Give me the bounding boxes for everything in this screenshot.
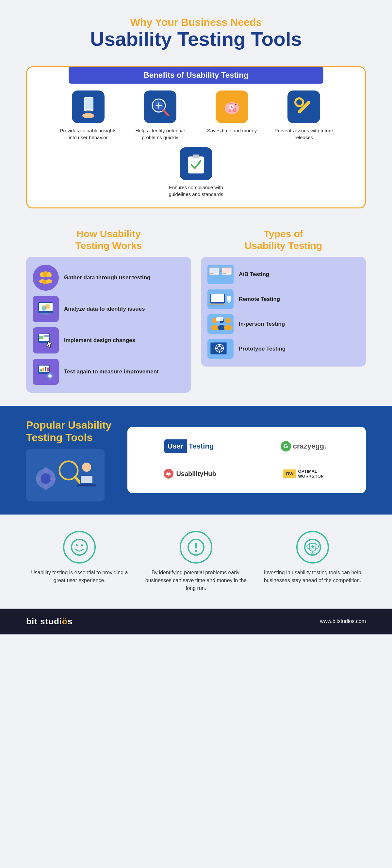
chart-icon bbox=[37, 364, 54, 380]
svg-point-97 bbox=[76, 544, 78, 546]
design-cursor-icon bbox=[37, 332, 54, 348]
ab-screens-icon bbox=[209, 266, 232, 283]
benefit-icon-problems bbox=[144, 91, 176, 123]
svg-rect-94 bbox=[77, 485, 96, 487]
stat2-icon bbox=[180, 531, 212, 563]
step1-icon bbox=[33, 265, 59, 291]
benefit-icon-user-behavior bbox=[72, 91, 104, 123]
tools-section: Popular Usability Testing Tools bbox=[0, 406, 392, 515]
stat2-text: By identifying potential problems early,… bbox=[143, 569, 249, 592]
stat1-text: Usability testing is essential to provid… bbox=[26, 569, 133, 584]
svg-rect-38 bbox=[44, 335, 49, 337]
step2-label: Analyze data to identify issues bbox=[64, 305, 145, 313]
tools-illustration bbox=[26, 449, 104, 501]
svg-rect-21 bbox=[188, 156, 204, 174]
people-chat-icon bbox=[209, 316, 232, 332]
ab-testing-icon bbox=[207, 265, 234, 284]
benefit-item: Provides valuable insights into user beh… bbox=[56, 91, 121, 141]
svg-point-28 bbox=[46, 279, 52, 283]
svg-rect-57 bbox=[222, 273, 227, 274]
benefit-icon-saves bbox=[216, 91, 248, 123]
footer-brand: bit studiös bbox=[26, 616, 72, 627]
tool-optimalworkshop: OW OPTIMALWORKSHOP bbox=[250, 464, 356, 484]
svg-point-92 bbox=[82, 463, 91, 472]
svg-rect-42 bbox=[40, 370, 42, 371]
svg-rect-54 bbox=[210, 273, 214, 274]
type-item: Prototype Testing bbox=[207, 339, 359, 359]
step1-label: Gather data through user testing bbox=[64, 274, 150, 281]
svg-rect-34 bbox=[42, 314, 49, 315]
svg-marker-105 bbox=[311, 545, 314, 549]
svg-point-47 bbox=[48, 374, 52, 378]
svg-rect-62 bbox=[209, 304, 226, 305]
how-works-title: How Usability Testing Works bbox=[26, 228, 191, 252]
prototype-testing-icon bbox=[207, 339, 234, 359]
svg-rect-87 bbox=[44, 485, 48, 490]
step-item: Test again to measure improvement bbox=[33, 359, 185, 385]
how-works-col: How Usability Testing Works Gather data … bbox=[26, 228, 191, 393]
svg-rect-22 bbox=[193, 155, 199, 158]
svg-point-96 bbox=[71, 539, 87, 555]
group-users-icon bbox=[37, 270, 54, 286]
svg-rect-53 bbox=[210, 268, 218, 273]
svg-rect-33 bbox=[39, 313, 52, 314]
type-item: Remote Testing bbox=[207, 289, 359, 309]
magnifier-icon bbox=[150, 96, 171, 118]
piggy-icon bbox=[221, 96, 243, 118]
stats-section: Usability testing is essential to provid… bbox=[0, 515, 392, 609]
svg-rect-44 bbox=[45, 367, 47, 371]
svg-rect-56 bbox=[222, 268, 231, 273]
svg-point-71 bbox=[224, 325, 232, 330]
usertesting-testing: Testing bbox=[187, 439, 216, 453]
types-col: Types of Usability Testing bbox=[201, 228, 366, 393]
benefit-item: Ensures compliance with guidelines and s… bbox=[163, 147, 229, 198]
benefit-text-compliance: Ensures compliance with guidelines and s… bbox=[163, 184, 229, 198]
tools-illustration-svg bbox=[29, 453, 101, 498]
how-works-box: Gather data through user testing Analyze… bbox=[26, 257, 191, 393]
clipboard-check-icon bbox=[186, 153, 206, 175]
svg-rect-78 bbox=[219, 344, 220, 346]
svg-rect-72 bbox=[216, 317, 223, 321]
stat-item: Usability testing is essential to provid… bbox=[26, 531, 133, 592]
benefits-container: Benefits of Usability Testing Provides v… bbox=[26, 66, 366, 209]
svg-rect-51 bbox=[52, 375, 54, 377]
blueprint-gear-icon bbox=[209, 341, 232, 357]
benefit-icon-compliance bbox=[180, 147, 212, 180]
analyze-icon bbox=[37, 301, 54, 317]
step-item: Implement design changes bbox=[33, 327, 185, 353]
benefit-item: Prevents issues with future releases bbox=[271, 91, 336, 141]
tool-usabilityhub: ◉ UsabilityHub bbox=[137, 464, 243, 484]
header-section: Why Your Business Needs Usability Testin… bbox=[0, 0, 392, 60]
benefits-grid: Provides valuable insights into user beh… bbox=[37, 91, 355, 198]
benefits-section: Benefits of Usability Testing Provides v… bbox=[0, 60, 392, 221]
footer-url: www.bitstudios.com bbox=[320, 618, 366, 624]
step-item: Analyze data to identify issues bbox=[33, 296, 185, 322]
tools-grid: User Testing G crazyegg. ◉ UsabilityHub … bbox=[127, 427, 366, 493]
svg-rect-49 bbox=[49, 378, 51, 380]
svg-rect-89 bbox=[50, 477, 56, 480]
tools-title: Popular Usability Testing Tools bbox=[26, 419, 118, 444]
stat3-icon bbox=[296, 531, 329, 563]
optimalworkshop-badge: OW bbox=[283, 469, 296, 478]
benefit-item: Saves time and money bbox=[199, 91, 265, 141]
svg-rect-37 bbox=[39, 336, 43, 339]
laptop-phone-icon bbox=[209, 291, 232, 307]
header-subtitle: Why Your Business Needs bbox=[26, 16, 366, 28]
usertesting-user: User bbox=[164, 439, 187, 453]
stat-item: Investing in usability testing tools can… bbox=[259, 531, 366, 592]
svg-line-6 bbox=[163, 110, 169, 115]
svg-rect-19 bbox=[297, 100, 311, 114]
svg-point-3 bbox=[82, 113, 94, 118]
svg-rect-1 bbox=[85, 98, 93, 110]
step4-icon bbox=[33, 359, 59, 385]
svg-point-20 bbox=[295, 98, 303, 106]
crazyegg-name: crazyegg. bbox=[293, 442, 326, 451]
mid-section: How Usability Testing Works Gather data … bbox=[0, 221, 392, 406]
svg-point-98 bbox=[81, 544, 83, 546]
svg-rect-64 bbox=[228, 296, 231, 302]
tool-crazyegg: G crazyegg. bbox=[250, 436, 356, 456]
stat3-text: Investing in usability testing tools can… bbox=[259, 569, 366, 584]
type4-label: Prototype Testing bbox=[239, 345, 285, 352]
usabilityhub-icon: ◉ bbox=[164, 469, 174, 478]
type1-label: A/B Testing bbox=[239, 271, 269, 278]
